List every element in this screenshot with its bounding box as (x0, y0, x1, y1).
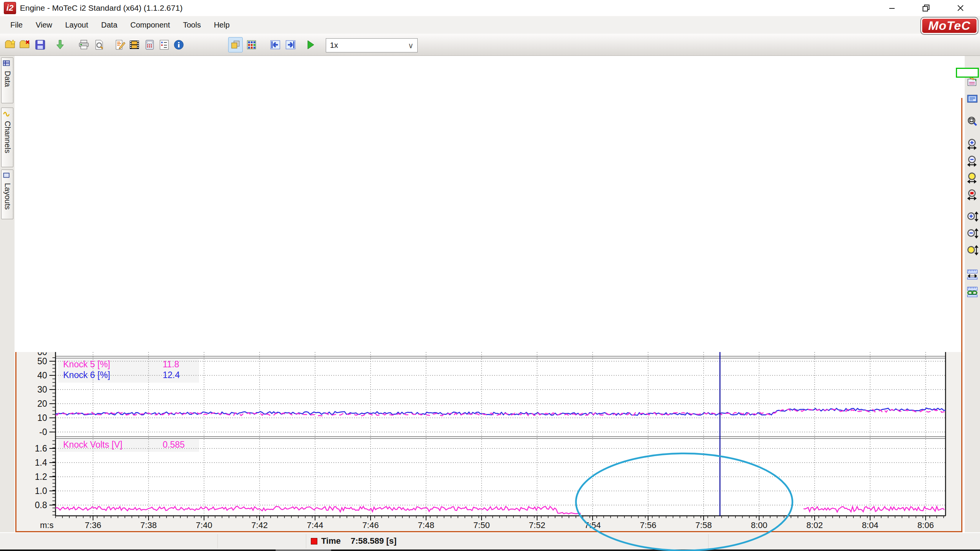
next-lap-button[interactable] (283, 37, 298, 52)
close-workspace-button[interactable] (18, 37, 32, 52)
statusbar-divider (306, 534, 306, 548)
close-icon (956, 3, 965, 13)
sidebar-tab-label: Data (3, 71, 12, 87)
statusbar-divider (217, 534, 218, 548)
sidebar-tab-channels[interactable]: Channels (1, 108, 13, 167)
zoom-full-vertical-button[interactable] (966, 244, 979, 257)
layout-icon (3, 172, 12, 181)
single-worksheet-button[interactable] (228, 37, 243, 52)
window-title: Engine - MoTeC i2 Standard (x64) (1.1.2.… (20, 3, 183, 13)
print-button[interactable] (77, 37, 91, 52)
checklist-icon (158, 39, 170, 51)
zoom-in-vertical-icon (966, 210, 978, 223)
taskbar-sliver (276, 549, 331, 551)
statusbar-divider (708, 534, 709, 548)
printer-icon (78, 39, 90, 51)
wave-icon (3, 110, 12, 119)
film-icon (129, 39, 140, 51)
time-marker-icon (311, 538, 317, 544)
ruler-link-icon (966, 285, 978, 298)
open-workspace-button[interactable] (3, 37, 18, 52)
ruler-arrows-icon (966, 268, 978, 280)
zoom-in-vertical-button[interactable] (966, 210, 979, 223)
sidebar-tab-layouts[interactable]: Layouts (1, 170, 13, 219)
play-icon (305, 39, 316, 51)
menu-bar: FileViewLayoutDataComponentToolsHelp (0, 16, 980, 34)
menu-item-file[interactable]: File (4, 18, 29, 33)
maths-button[interactable] (142, 37, 157, 52)
video-button[interactable] (127, 37, 142, 52)
play-button[interactable] (303, 37, 318, 52)
title-bar: i2 Engine - MoTeC i2 Standard (x64) (1.1… (0, 0, 980, 16)
time-value: 7:58.589 [s] (351, 536, 397, 546)
restore-icon (921, 3, 931, 13)
active-range-indicator (956, 68, 979, 78)
sidebar-tab-label: Channels (3, 121, 12, 153)
time-distance-graph-panel[interactable] (15, 352, 962, 532)
chevron-down-icon: ∨ (404, 41, 417, 50)
table-icon (3, 60, 12, 69)
edit-page-icon (114, 39, 126, 51)
restore-button[interactable] (917, 2, 935, 15)
right-toolbar-rail (965, 56, 980, 532)
zoom-box-button[interactable] (966, 115, 979, 128)
worksheet-selection-border (961, 98, 962, 352)
left-tab-rail: DataChannelsLayouts (0, 56, 15, 532)
arrow-left-icon (270, 39, 281, 51)
info-icon (173, 39, 185, 51)
about-button[interactable] (172, 37, 186, 52)
zoom-full-time-button[interactable] (966, 171, 979, 184)
playback-speed-value: 1x (326, 41, 404, 50)
sidebar-tab-data[interactable]: Data (1, 57, 13, 103)
zoom-full-vertical-icon (966, 244, 978, 256)
edit-details-button[interactable] (113, 37, 127, 52)
toolbar (0, 34, 980, 56)
menu-item-data[interactable]: Data (95, 18, 124, 33)
zoom-out-time-button[interactable] (966, 155, 979, 168)
tile-worksheets-button[interactable] (244, 37, 259, 52)
previous-lap-button[interactable] (268, 37, 283, 52)
zoom-in-horizontal-icon (966, 138, 978, 150)
sidebar-tab-label: Layouts (3, 183, 12, 210)
folder-close-icon (19, 39, 31, 51)
arrow-right-icon (285, 39, 296, 51)
details-button[interactable] (157, 37, 172, 52)
close-button[interactable] (952, 2, 969, 15)
menu-item-component[interactable]: Component (124, 18, 176, 33)
worksheet-area (15, 56, 962, 352)
overlap-windows-icon (230, 39, 241, 51)
status-bar: Time 7:58.589 [s] (0, 533, 980, 549)
save-button[interactable] (33, 37, 47, 52)
zoom-box-icon (966, 116, 978, 128)
app-icon: i2 (4, 2, 16, 14)
playback-speed-select[interactable]: 1x ∨ (326, 38, 418, 52)
print-preview-icon (93, 39, 105, 51)
motec-logo: MoTeC (920, 17, 978, 35)
folder-new-icon (5, 39, 16, 51)
zoom-full-horizontal-icon (966, 172, 978, 184)
menu-item-view[interactable]: View (29, 18, 59, 33)
zoom-out-horizontal-icon (966, 155, 978, 167)
minimize-button[interactable] (884, 2, 901, 15)
cursor-time-field: Time 7:58.589 [s] (311, 536, 397, 546)
zoom-out-vertical-button[interactable] (966, 227, 979, 240)
bottom-edge-bar (0, 549, 980, 551)
panel-icon (966, 93, 978, 105)
zoom-out-vertical-icon (966, 227, 978, 240)
component-properties-button[interactable] (966, 92, 979, 105)
grid-windows-icon (246, 39, 257, 51)
link-zoom-button[interactable] (966, 285, 979, 298)
zoom-in-time-button[interactable] (966, 138, 979, 151)
print-preview-button[interactable] (92, 37, 106, 52)
menu-item-tools[interactable]: Tools (176, 18, 207, 33)
menu-item-layout[interactable]: Layout (59, 18, 95, 33)
calculator-icon (144, 39, 155, 51)
time-label: Time (321, 536, 341, 546)
green-down-arrow-icon (54, 39, 66, 51)
full-time-range-button[interactable] (966, 267, 979, 280)
load-data-button[interactable] (53, 37, 67, 52)
minimize-icon (888, 3, 897, 13)
zoom-selection-time-button[interactable] (966, 188, 979, 201)
menu-item-help[interactable]: Help (207, 18, 236, 33)
zoom-selection-horizontal-icon (966, 189, 978, 201)
